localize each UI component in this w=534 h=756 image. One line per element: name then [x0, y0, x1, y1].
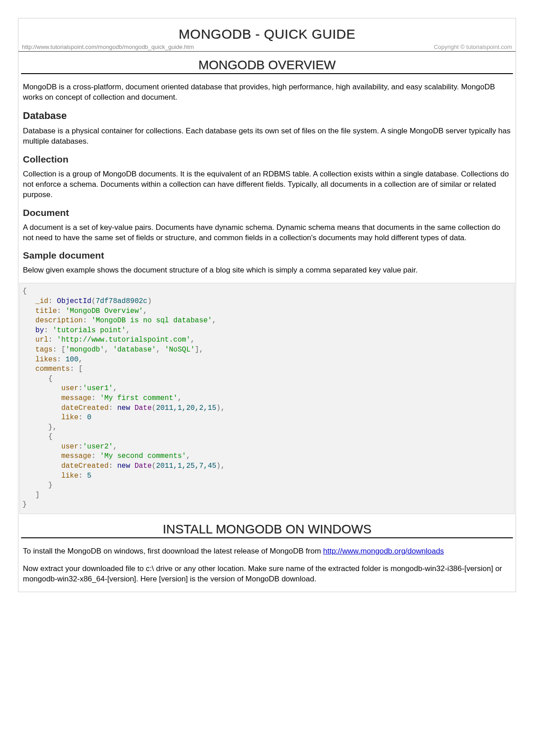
code-token: 0: [87, 413, 92, 422]
content-overview: MongoDB is a cross-platform, document or…: [18, 82, 516, 276]
document-page: MONGODB - QUICK GUIDE http://www.tutoria…: [18, 18, 516, 592]
page-title: MONGODB - QUICK GUIDE: [18, 26, 516, 42]
section-title-overview: MONGODB OVERVIEW: [18, 58, 516, 72]
code-token: user: [22, 384, 79, 392]
code-token: 7df78ad8902c: [96, 297, 147, 305]
code-token: [: [61, 346, 66, 354]
code-token: message: [22, 452, 92, 460]
source-url-link[interactable]: http://www.tutorialspoint.com/mongodb/mo…: [22, 44, 194, 50]
code-token: ObjectId: [57, 297, 92, 305]
code-token: Date: [135, 462, 152, 470]
code-token: }: [22, 501, 27, 509]
code-token: 'My first comment': [100, 394, 178, 402]
code-token: 2011,1,25,7,45: [156, 462, 216, 470]
heading-collection: Collection: [23, 154, 511, 165]
code-token: 'user1': [83, 384, 113, 392]
code-token: }: [22, 481, 53, 489]
code-token: 2011,1,20,2,15: [156, 404, 216, 412]
code-token: [: [79, 365, 83, 373]
paragraph-collection: Collection is a group of MongoDB documen…: [23, 169, 511, 200]
meta-row: http://www.tutorialspoint.com/mongodb/mo…: [18, 44, 516, 52]
code-token: user: [22, 443, 79, 451]
heading-sample: Sample document: [23, 250, 511, 261]
section-rule: [21, 73, 513, 74]
heading-database: Database: [23, 110, 511, 122]
code-token: 'My second comments': [100, 452, 186, 460]
code-token: 100: [66, 356, 79, 364]
code-token: tags: [22, 346, 53, 354]
code-token: like: [22, 472, 79, 480]
code-token: title: [22, 307, 57, 315]
code-token: description: [22, 316, 83, 325]
paragraph-database: Database is a physical container for col…: [23, 126, 511, 147]
code-token: Date: [135, 404, 152, 412]
code-token: message: [22, 394, 92, 402]
code-token: _id: [22, 297, 48, 305]
install-paragraph-2: Now extract your downloaded file to c:\ …: [23, 564, 511, 585]
code-token: },: [22, 423, 57, 431]
code-token: {: [22, 287, 27, 295]
code-token: new: [117, 462, 130, 470]
code-token: dateCreated: [22, 462, 109, 470]
code-token: 'NoSQL': [165, 346, 195, 354]
code-token: ]: [22, 491, 39, 499]
code-token: url: [22, 336, 48, 344]
code-token: 'mongodb': [66, 346, 104, 354]
copyright-text: Copyright © tutorialspoint.com: [434, 44, 512, 50]
download-link[interactable]: http://www.mongodb.org/downloads: [323, 547, 444, 555]
install-p1-text: To install the MongoDB on windows, first…: [23, 547, 323, 555]
code-token: 'MongoDB Overview': [66, 307, 143, 315]
section-title-install: INSTALL MONGODB ON WINDOWS: [18, 522, 516, 536]
code-token: like: [22, 413, 79, 422]
code-token: dateCreated: [22, 404, 109, 412]
code-token: :: [48, 297, 57, 305]
code-token: 'MongoDB is no sql database': [92, 316, 212, 325]
code-token: new: [117, 404, 130, 412]
code-token: 5: [87, 472, 92, 480]
code-token: ],: [195, 346, 203, 354]
code-token: (: [92, 297, 96, 305]
code-token: 'database': [113, 346, 156, 354]
code-block-sample-document: { _id: ObjectId(7df78ad8902c) title: 'Mo…: [19, 283, 515, 514]
heading-document: Document: [23, 207, 511, 218]
code-token: comments: [22, 365, 70, 373]
code-token: 'http://www.tutorialspoint.com': [57, 336, 191, 344]
install-paragraph-1: To install the MongoDB on windows, first…: [23, 546, 511, 557]
code-token: likes: [22, 356, 57, 364]
code-token: 'tutorials point': [53, 326, 126, 334]
paragraph-document: A document is a set of key-value pairs. …: [23, 223, 511, 243]
code-token: {: [22, 375, 53, 383]
content-install: To install the MongoDB on windows, first…: [18, 546, 516, 585]
intro-paragraph: MongoDB is a cross-platform, document or…: [23, 82, 511, 103]
code-token: 'user2': [83, 443, 113, 451]
paragraph-sample: Below given example shows the document s…: [23, 265, 511, 276]
code-token: ): [147, 297, 152, 305]
code-token: by: [22, 326, 44, 334]
section-rule: [21, 537, 513, 538]
code-token: {: [22, 433, 53, 441]
